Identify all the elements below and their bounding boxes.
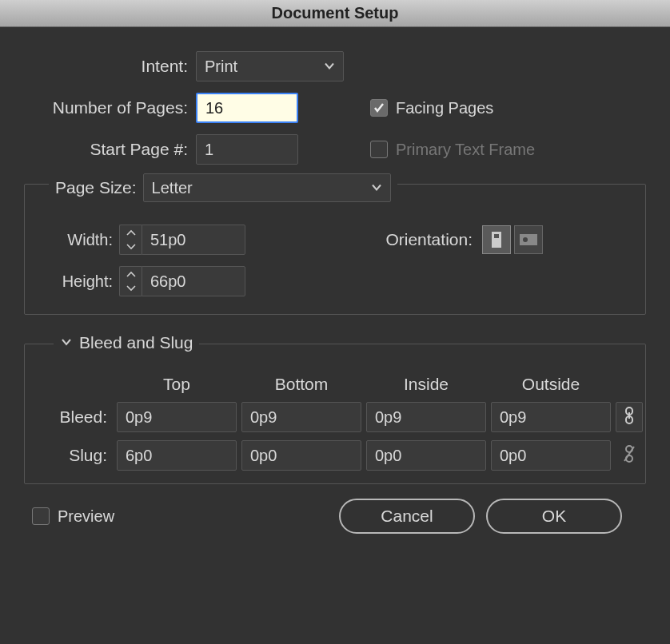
height-stepper[interactable]: 66p0 bbox=[119, 266, 245, 296]
width-stepper[interactable]: 51p0 bbox=[119, 225, 245, 255]
slug-link-button[interactable] bbox=[616, 445, 643, 467]
startpage-row: Start Page #: 1 Primary Text Frame bbox=[24, 134, 646, 165]
unlink-icon bbox=[623, 445, 636, 467]
header-top: Top bbox=[117, 375, 237, 394]
start-page-input[interactable]: 1 bbox=[196, 134, 298, 165]
primary-text-frame-checkbox-wrap: Primary Text Frame bbox=[370, 141, 535, 159]
page-size-select[interactable]: Letter bbox=[143, 173, 391, 202]
page-size-label: Page Size: bbox=[55, 178, 137, 197]
ok-button[interactable]: OK bbox=[486, 499, 622, 534]
bleed-label: Bleed: bbox=[36, 407, 112, 427]
preview-checkbox-wrap[interactable]: Preview bbox=[32, 507, 114, 526]
height-input[interactable]: 66p0 bbox=[142, 266, 245, 296]
header-bottom: Bottom bbox=[241, 375, 361, 394]
bleed-outside-input[interactable]: 0p9 bbox=[491, 402, 611, 432]
facing-pages-label: Facing Pages bbox=[396, 99, 493, 117]
window-titlebar: Document Setup bbox=[0, 0, 670, 27]
slug-inside-input[interactable]: 0p0 bbox=[366, 440, 486, 471]
slug-label: Slug: bbox=[36, 446, 112, 465]
bleed-bottom-input[interactable]: 0p9 bbox=[241, 402, 361, 432]
bleed-slug-headers: Top Bottom Inside Outside bbox=[36, 375, 634, 394]
orientation-landscape-button[interactable] bbox=[514, 225, 543, 254]
disclosure-chevron-icon[interactable] bbox=[60, 333, 73, 352]
slug-row: Slug: 6p0 0p0 0p0 0p0 bbox=[36, 440, 634, 471]
primary-text-frame-checkbox bbox=[370, 141, 388, 158]
bleed-slug-fieldset: Bleed and Slug Top Bottom Inside Outside… bbox=[24, 344, 646, 484]
chevron-up-icon[interactable] bbox=[120, 267, 142, 281]
height-label: Height: bbox=[39, 272, 119, 291]
svg-rect-1 bbox=[494, 234, 499, 238]
orientation-portrait-button[interactable] bbox=[482, 225, 511, 254]
chevron-down-icon bbox=[371, 179, 382, 197]
intent-value: Print bbox=[205, 58, 237, 76]
intent-row: Intent: Print bbox=[24, 51, 646, 81]
page-size-fieldset: Page Size: Letter Width: 51p0 Orientatio… bbox=[24, 184, 646, 315]
preview-label: Preview bbox=[58, 507, 114, 526]
facing-pages-checkbox-wrap[interactable]: Facing Pages bbox=[370, 99, 493, 117]
width-row: Width: 51p0 Orientation: bbox=[39, 225, 631, 255]
width-label: Width: bbox=[39, 231, 119, 249]
dialog-footer: Preview Cancel OK bbox=[24, 484, 646, 534]
slug-outside-input[interactable]: 0p0 bbox=[491, 440, 611, 471]
primary-text-frame-label: Primary Text Frame bbox=[396, 141, 535, 159]
chevron-down-icon bbox=[324, 58, 335, 76]
svg-rect-2 bbox=[520, 234, 537, 245]
chevron-up-icon[interactable] bbox=[120, 225, 142, 240]
intent-label: Intent: bbox=[24, 57, 196, 76]
start-page-label: Start Page #: bbox=[24, 140, 196, 159]
link-icon bbox=[623, 407, 636, 428]
bleed-row: Bleed: 0p9 0p9 0p9 0p9 bbox=[36, 402, 634, 432]
page-size-value: Letter bbox=[152, 179, 193, 197]
bleed-link-button[interactable] bbox=[616, 402, 643, 432]
number-pages-label: Number of Pages: bbox=[24, 98, 196, 117]
bleed-inside-input[interactable]: 0p9 bbox=[366, 402, 486, 432]
preview-checkbox[interactable] bbox=[32, 507, 50, 525]
chevron-down-icon[interactable] bbox=[120, 240, 142, 254]
window-title: Document Setup bbox=[272, 4, 399, 22]
bleed-top-input[interactable]: 0p9 bbox=[117, 402, 237, 432]
header-outside: Outside bbox=[491, 375, 611, 394]
height-row: Height: 66p0 bbox=[39, 266, 631, 296]
facing-pages-checkbox[interactable] bbox=[370, 99, 388, 117]
header-inside: Inside bbox=[366, 375, 486, 394]
bleed-slug-label: Bleed and Slug bbox=[79, 333, 193, 352]
cancel-button[interactable]: Cancel bbox=[339, 499, 475, 534]
svg-point-3 bbox=[523, 237, 528, 242]
slug-top-input[interactable]: 6p0 bbox=[117, 440, 237, 471]
width-stepper-buttons[interactable] bbox=[119, 225, 142, 255]
slug-bottom-input[interactable]: 0p0 bbox=[241, 440, 361, 471]
width-input[interactable]: 51p0 bbox=[142, 225, 245, 255]
chevron-down-icon[interactable] bbox=[120, 281, 142, 296]
number-pages-input[interactable]: 16 bbox=[196, 93, 298, 123]
orientation-label: Orientation: bbox=[385, 230, 482, 249]
pages-row: Number of Pages: 16 Facing Pages bbox=[24, 93, 646, 123]
intent-select[interactable]: Print bbox=[196, 51, 344, 81]
height-stepper-buttons[interactable] bbox=[119, 266, 142, 296]
